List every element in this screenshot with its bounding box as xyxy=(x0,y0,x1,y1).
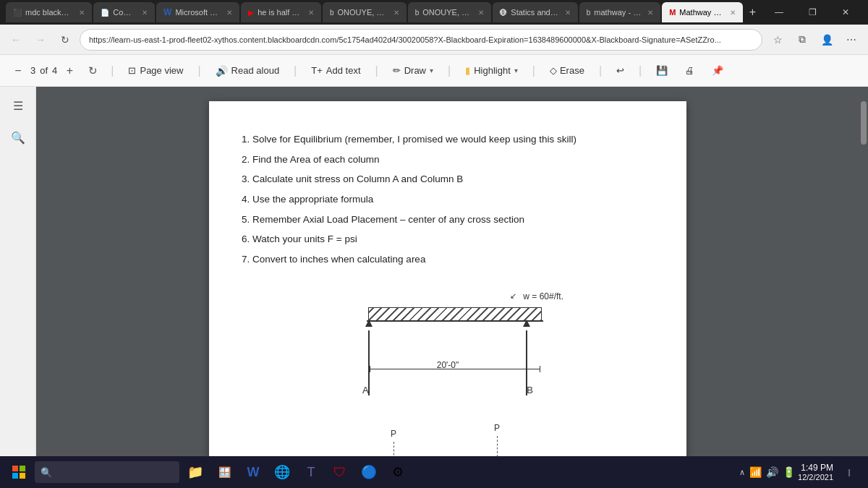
taskbar-word[interactable]: W xyxy=(240,459,266,485)
pin-button[interactable]: 📌 xyxy=(705,59,731,82)
taskbar-settings[interactable]: ⚙ xyxy=(385,459,411,485)
desktop-icon: | xyxy=(848,468,851,476)
taskbar-file-explorer[interactable]: 📁 xyxy=(182,459,208,485)
taskbar-store[interactable]: 🪟 xyxy=(211,459,237,485)
tab-content-label: Content xyxy=(113,8,135,17)
tab-statics-label: Statics and St... xyxy=(511,8,558,17)
read-aloud-button[interactable]: 🔊 Read aloud xyxy=(208,59,287,82)
battery-icon: 🔋 xyxy=(783,466,795,478)
close-button[interactable]: ✕ xyxy=(829,0,862,25)
show-desktop-button[interactable]: | xyxy=(836,459,862,485)
add-text-button[interactable]: T+ Add text xyxy=(304,59,367,82)
tab-word-icon: W xyxy=(163,7,171,17)
highlight-label: Highlight xyxy=(474,65,511,76)
chevron-up-icon[interactable]: ∧ xyxy=(739,468,745,477)
zoom-plus-button[interactable]: + xyxy=(60,61,79,80)
taskbar: 🔍 📁 🪟 W 🌐 T 🛡 🔵 ⚙ ∧ 📶 🔊 🔋 1:49 PM 12/2/2… xyxy=(0,456,868,488)
tab-onouye1-icon: b xyxy=(330,9,334,17)
rotate-button[interactable]: ↻ xyxy=(82,60,103,82)
page-total: 4 xyxy=(52,65,57,76)
zoom-minus-button[interactable]: − xyxy=(9,61,27,80)
mcafee-icon: 🛡 xyxy=(333,465,346,480)
window-controls: — ❐ ✕ xyxy=(762,0,862,25)
taskbar-mcafee[interactable]: 🛡 xyxy=(327,459,353,485)
page-info: 3 of 4 xyxy=(30,65,57,76)
arrow-up-a xyxy=(365,320,373,327)
erase-button[interactable]: ◇ Erase xyxy=(542,59,592,82)
instruction-7: Convert to inches when calculating area xyxy=(252,250,650,269)
tab-mathway2-icon: M xyxy=(669,8,676,17)
separator-1: | xyxy=(111,64,114,77)
tab-video-close[interactable]: ✕ xyxy=(308,9,314,17)
new-tab-button[interactable]: + xyxy=(744,3,761,22)
volume-icon[interactable]: 🔊 xyxy=(766,466,778,478)
instruction-4: Use the appropriate formula xyxy=(252,190,650,209)
minimize-button[interactable]: — xyxy=(762,0,796,25)
tab-mathway2[interactable]: M Mathway | Al... ✕ xyxy=(662,2,743,22)
tab-statics[interactable]: 🅢 Statics and St... ✕ xyxy=(493,2,577,22)
settings-button[interactable]: ⋯ xyxy=(841,29,862,51)
sidebar-search-button[interactable]: 🔍 xyxy=(5,124,31,150)
tab-word[interactable]: W Microsoft Wo... ✕ xyxy=(156,2,239,22)
taskbar-teams[interactable]: T xyxy=(298,459,324,485)
tab-onouye1[interactable]: b ONOUYE, Bar... ✕ xyxy=(323,2,407,22)
profile-button[interactable]: 👤 xyxy=(816,29,838,51)
erase-icon: ◇ xyxy=(550,65,557,76)
tab-content[interactable]: 📄 Content ✕ xyxy=(93,2,155,22)
address-bar: ← → ↻ https://learn-us-east-1-prod-fleet… xyxy=(0,25,868,55)
dimension-label: 20'-0" xyxy=(437,360,459,370)
bookmark-star-button[interactable]: ☆ xyxy=(767,29,788,51)
collections-button[interactable]: ⧉ xyxy=(791,29,813,51)
undo-button[interactable]: ↩ xyxy=(609,59,631,82)
print-button[interactable]: 🖨 xyxy=(678,59,702,82)
page-current: 3 xyxy=(30,65,35,76)
highlight-button[interactable]: ▮ Highlight ▾ xyxy=(458,59,525,82)
scroll-thumb[interactable] xyxy=(861,101,867,145)
taskbar-app2[interactable]: 🔵 xyxy=(356,459,382,485)
sidebar-thumbnails-button[interactable]: ☰ xyxy=(5,93,31,119)
url-bar[interactable]: https://learn-us-east-1-prod-fleet02-xyt… xyxy=(80,29,762,51)
start-button[interactable] xyxy=(6,459,32,485)
beam-top xyxy=(368,307,542,322)
pdf-content-area[interactable]: Solve for Equilibrium (remember, I promi… xyxy=(36,87,859,488)
page-of-label: of xyxy=(40,65,48,76)
page-view-button[interactable]: ⊡ Page view xyxy=(121,59,190,82)
back-button[interactable]: ← xyxy=(6,30,26,50)
wifi-icon[interactable]: 📶 xyxy=(749,466,762,478)
tab-mdc-close[interactable]: ✕ xyxy=(79,9,85,17)
separator-4: | xyxy=(375,64,378,77)
tab-onouye1-label: ONOUYE, Bar... xyxy=(338,8,387,17)
forward-button[interactable]: → xyxy=(30,30,51,50)
taskbar-browser[interactable]: 🌐 xyxy=(269,459,295,485)
read-aloud-label: Read aloud xyxy=(231,65,280,76)
tab-word-close[interactable]: ✕ xyxy=(226,9,232,17)
tab-mathway1-close[interactable]: ✕ xyxy=(647,9,653,17)
tab-content-close[interactable]: ✕ xyxy=(142,9,148,17)
restore-button[interactable]: ❐ xyxy=(796,0,829,25)
tab-onouye2[interactable]: b ONOUYE, Bar... ✕ xyxy=(408,2,492,22)
pdf-page: Solve for Equilibrium (remember, I promi… xyxy=(209,101,686,488)
svg-rect-2 xyxy=(12,473,18,479)
tab-mathway1[interactable]: b mathway - Bir... ✕ xyxy=(579,2,660,22)
svg-rect-1 xyxy=(20,466,25,471)
taskbar-search-box[interactable]: 🔍 xyxy=(35,461,179,483)
systray-icons: ∧ 📶 🔊 🔋 xyxy=(739,466,795,478)
col-a-p-label: P xyxy=(391,429,396,439)
save-button[interactable]: 💾 xyxy=(649,59,675,82)
windows-icon xyxy=(12,466,25,479)
page-view-icon: ⊡ xyxy=(128,65,136,76)
tab-onouye1-close[interactable]: ✕ xyxy=(393,9,399,17)
w-label: w = 60#/ft. xyxy=(523,291,563,301)
tab-statics-close[interactable]: ✕ xyxy=(565,9,571,17)
erase-label: Erase xyxy=(560,65,584,76)
tab-mathway2-close[interactable]: ✕ xyxy=(730,9,736,17)
time-display[interactable]: 1:49 PM 12/2/2021 xyxy=(798,463,833,481)
column-a-label: A xyxy=(362,385,369,395)
draw-icon: ✏ xyxy=(393,65,401,76)
tab-video[interactable]: ▶ he is half of r... ✕ xyxy=(241,2,321,22)
tab-onouye2-close[interactable]: ✕ xyxy=(478,9,484,17)
clock-date: 12/2/2021 xyxy=(798,473,833,481)
tab-mdc[interactable]: ⬛ mdc blackboa... ✕ xyxy=(6,2,92,22)
refresh-button[interactable]: ↻ xyxy=(55,30,75,50)
draw-button[interactable]: ✏ Draw ▾ xyxy=(386,59,441,82)
